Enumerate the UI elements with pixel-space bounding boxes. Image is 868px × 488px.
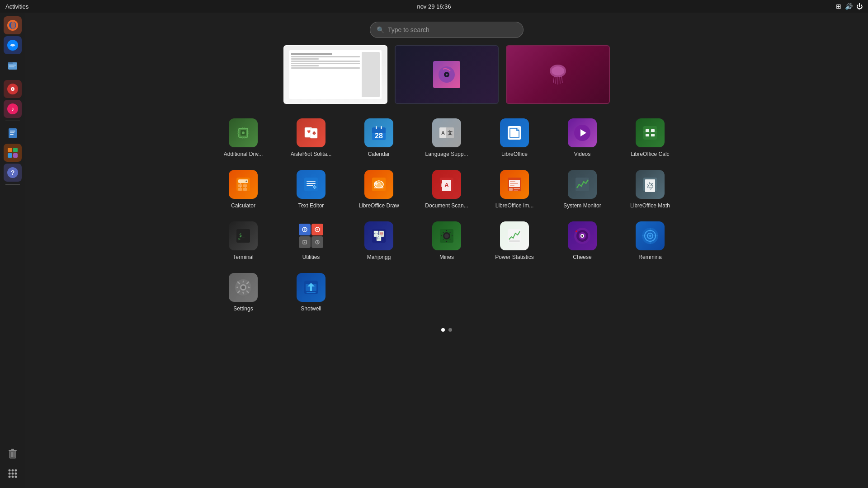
main-area: 🔍: [25, 0, 868, 488]
search-bar[interactable]: 🔍: [370, 22, 524, 38]
volume-icon[interactable]: 🔊: [845, 3, 853, 10]
app-libreoffice-impress[interactable]: LibreOffice Im...: [485, 166, 544, 212]
svg-text:+: +: [245, 179, 248, 183]
app-libreoffice-calc[interactable]: LibreOffice Calc: [621, 115, 679, 161]
shotwell-icon: [297, 273, 326, 302]
page-dot-2[interactable]: [448, 328, 452, 332]
dock-music[interactable]: ♪: [4, 100, 22, 118]
app-power-statistics[interactable]: Power Statistics: [485, 218, 544, 264]
network-icon[interactable]: ⊞: [836, 3, 841, 10]
svg-text:A: A: [444, 182, 449, 188]
app-document-scanner[interactable]: A Document Scan...: [417, 166, 476, 212]
svg-line-145: [443, 239, 443, 239]
app-calendar[interactable]: 28 Calendar: [349, 115, 408, 161]
dock-divider-1: [5, 77, 20, 77]
libreoffice-impress-label: LibreOffice Im...: [495, 202, 533, 209]
search-input[interactable]: [388, 26, 517, 33]
app-cheese[interactable]: Cheese: [553, 218, 612, 264]
power-statistics-icon: [500, 221, 529, 250]
app-libreoffice[interactable]: LibreOffice: [485, 115, 544, 161]
dock-appstore[interactable]: [4, 144, 22, 162]
svg-point-34: [9, 476, 11, 478]
svg-line-128: [317, 242, 319, 243]
page-dot-1[interactable]: [441, 328, 445, 332]
app-text-editor[interactable]: Text Editor: [282, 166, 340, 212]
topbar: Activities nov 29 16:36 ⊞ 🔊 ⏻: [0, 0, 868, 13]
app-shotwell[interactable]: Shotwell: [282, 269, 340, 315]
remmina-label: Remmina: [638, 254, 661, 260]
svg-rect-104: [441, 183, 442, 187]
util-1: [299, 224, 311, 235]
libreoffice-draw-icon: [364, 170, 393, 199]
svg-rect-93: [304, 178, 318, 191]
dock-trash[interactable]: [4, 445, 22, 463]
dock-thunderbird[interactable]: [4, 36, 22, 54]
calculator-label: Calculator: [231, 202, 255, 209]
svg-text:-: -: [245, 182, 245, 185]
activities-button[interactable]: Activities: [5, 3, 28, 10]
app-settings[interactable]: Settings: [214, 269, 273, 315]
svg-rect-15: [10, 134, 14, 135]
svg-point-163: [241, 286, 245, 289]
app-aisleriot[interactable]: ♥ ♣ AisleRiot Solita...: [282, 115, 340, 161]
videos-icon: [568, 118, 597, 147]
text-editor-icon: [297, 170, 326, 199]
app-calculator[interactable]: + - + - × ÷ Calculator: [214, 166, 273, 212]
dock-notes[interactable]: [4, 124, 22, 142]
app-libreoffice-math[interactable]: √x ²+y² LibreOffice Math: [621, 166, 679, 212]
svg-point-154: [576, 230, 577, 232]
app-additional-drivers[interactable]: Additional Driv...: [214, 115, 273, 161]
svg-line-144: [450, 232, 450, 233]
shotwell-label: Shotwell: [301, 305, 321, 312]
system-monitor-label: System Monitor: [563, 202, 601, 209]
app-mines[interactable]: Mines: [417, 218, 476, 264]
dock-show-apps[interactable]: [4, 465, 22, 483]
power-statistics-label: Power Statistics: [495, 254, 533, 260]
power-menu-icon[interactable]: ⏻: [856, 3, 863, 10]
preview-music[interactable]: [395, 45, 499, 104]
files-icon: [6, 59, 19, 71]
music-icon: ♪: [6, 103, 19, 115]
dock-rhythmbox[interactable]: [4, 80, 22, 98]
app-language-support[interactable]: A 文 Language Supp...: [417, 115, 476, 161]
svg-rect-14: [10, 132, 14, 133]
settings-label: Settings: [233, 305, 253, 312]
preview-desktop[interactable]: [506, 45, 610, 104]
app-libreoffice-draw[interactable]: LibreOffice Draw: [349, 166, 408, 212]
svg-point-32: [12, 473, 14, 475]
app-utilities[interactable]: Utilities: [282, 218, 340, 264]
dock-files[interactable]: [4, 56, 22, 74]
svg-rect-78: [651, 129, 655, 132]
app-videos[interactable]: Videos: [553, 115, 612, 161]
util-2: [311, 224, 323, 235]
svg-text:>: >: [238, 237, 241, 241]
utilities-label: Utilities: [302, 254, 320, 260]
cheese-icon: [568, 221, 597, 250]
app-mahjongg[interactable]: 中 發 白 Mahjongg: [349, 218, 408, 264]
dock-help[interactable]: ?: [4, 164, 22, 182]
svg-rect-76: [643, 126, 657, 140]
preview-wikipedia[interactable]: [283, 45, 387, 104]
svg-rect-56: [244, 137, 245, 139]
svg-line-143: [443, 232, 443, 233]
svg-point-33: [15, 473, 17, 475]
document-scanner-label: Document Scan...: [425, 202, 468, 209]
help-icon: ?: [6, 166, 19, 179]
dock: ♪ ?: [0, 13, 25, 488]
svg-rect-49: [237, 131, 239, 132]
svg-text:♥: ♥: [307, 128, 311, 135]
dock-divider-2: [5, 121, 20, 121]
app-terminal[interactable]: $_ > Terminal: [214, 218, 273, 264]
mines-icon: [432, 221, 461, 250]
jellyfish-svg: [544, 61, 571, 88]
libreoffice-draw-label: LibreOffice Draw: [359, 202, 399, 209]
svg-text:♪: ♪: [11, 105, 14, 113]
settings-icon: [229, 273, 258, 302]
additional-drivers-icon: [229, 118, 258, 147]
svg-text:²+y²: ²+y²: [647, 186, 653, 190]
svg-rect-107: [509, 188, 513, 191]
app-system-monitor[interactable]: System Monitor: [553, 166, 612, 212]
dock-firefox[interactable]: [4, 16, 22, 34]
app-remmina[interactable]: Remmina: [621, 218, 679, 264]
terminal-icon: $_ >: [229, 221, 258, 250]
